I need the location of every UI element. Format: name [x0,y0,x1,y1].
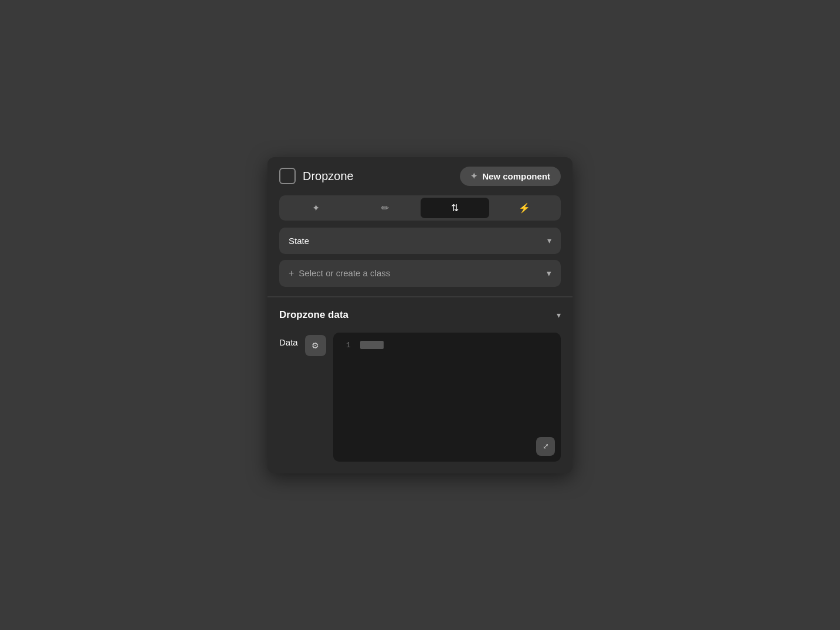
main-panel: Dropzone ✦ New component ✦ ✏ ⇅ ⚡ [267,157,573,473]
panel-bottom: Dropzone data ▾ Data ⚙ 1 ⤢ [267,297,573,473]
data-section-chevron-icon[interactable]: ▾ [557,310,561,320]
dropzone-icon [279,168,296,184]
data-row: Data ⚙ 1 ⤢ [279,333,561,462]
tab-lightning[interactable]: ⚡ [490,198,559,218]
data-settings-button[interactable]: ⚙ [305,335,326,356]
state-chevron-icon: ▾ [547,236,551,245]
header-left: Dropzone [279,168,354,184]
tab-lightning-icon: ⚡ [519,202,530,214]
plus-icon: + [289,268,294,279]
tab-edit-icon: ✏ [381,202,389,214]
tab-sliders-icon: ⇅ [451,202,459,214]
tab-sparkle[interactable]: ✦ [282,198,350,218]
sparkle-icon: ✦ [470,171,477,181]
panel-header: Dropzone ✦ New component [279,167,561,186]
class-dropdown[interactable]: + Select or create a class ▾ [279,260,561,287]
state-label: State [289,236,309,246]
new-component-label: New component [482,171,550,181]
code-line-1: 1 [341,341,553,350]
class-chevron-icon: ▾ [547,268,551,279]
new-component-button[interactable]: ✦ New component [460,167,561,186]
cursor-block [360,341,384,349]
data-section-header: Dropzone data ▾ [279,309,561,321]
data-section-title: Dropzone data [279,309,348,321]
line-number-1: 1 [341,341,351,350]
dropzone-title: Dropzone [303,170,354,183]
expand-icon: ⤢ [543,442,549,451]
class-placeholder: Select or create a class [299,268,390,278]
settings-icon: ⚙ [311,341,319,350]
state-dropdown-row: State ▾ [279,228,561,254]
tab-edit[interactable]: ✏ [351,198,420,218]
state-dropdown[interactable]: State ▾ [279,228,561,254]
class-dropdown-left: + Select or create a class [289,268,390,279]
expand-button[interactable]: ⤢ [536,437,555,456]
data-label: Data [279,333,298,347]
line-content-1 [360,341,384,350]
tab-sparkle-icon: ✦ [312,202,320,214]
tab-bar: ✦ ✏ ⇅ ⚡ [279,195,561,221]
panel-top: Dropzone ✦ New component ✦ ✏ ⇅ ⚡ [267,157,573,297]
code-editor[interactable]: 1 ⤢ [333,333,561,462]
tab-sliders[interactable]: ⇅ [421,198,489,218]
